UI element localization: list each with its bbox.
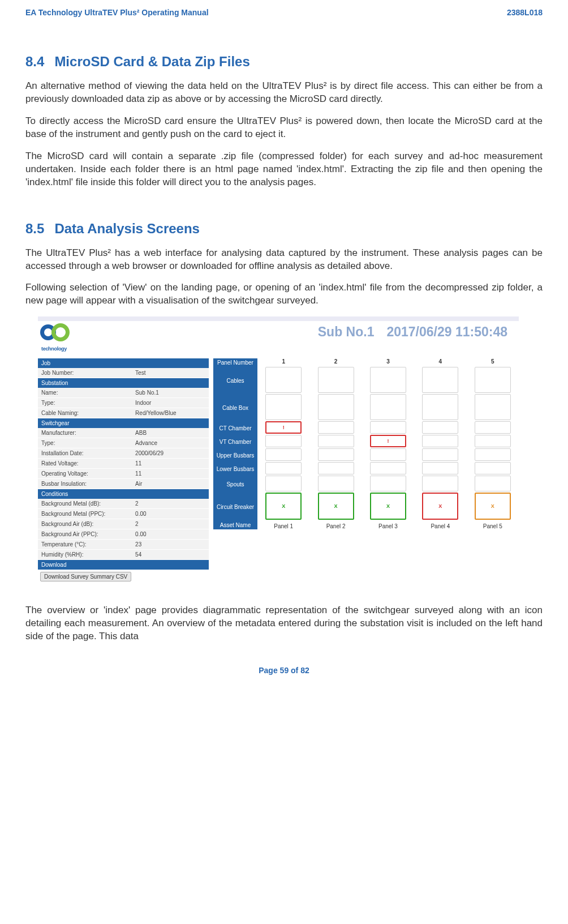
grid-cell[interactable] xyxy=(422,462,458,474)
col-num: 5 xyxy=(467,358,519,367)
grid-cell[interactable] xyxy=(370,476,406,491)
value: Indoor xyxy=(132,398,209,408)
grid-cell[interactable] xyxy=(318,367,354,393)
figure-timestamp: 2017/06/29 11:50:48 xyxy=(386,324,507,339)
grid-cell[interactable] xyxy=(422,476,458,491)
figure-title: Sub No.12017/06/29 11:50:48 xyxy=(318,321,507,340)
grid-cell[interactable] xyxy=(475,435,511,447)
grid-cell-alert[interactable] xyxy=(370,435,406,447)
grid-cell[interactable] xyxy=(318,462,354,474)
value: 54 xyxy=(132,550,209,560)
value: ABB xyxy=(132,428,209,438)
grid-cell[interactable] xyxy=(475,421,511,434)
value: 23 xyxy=(132,540,209,550)
section-header-switchgear: Switchgear xyxy=(38,418,209,429)
grid-cell[interactable] xyxy=(475,462,511,474)
label: Busbar Insulation: xyxy=(38,479,132,489)
grid-cell[interactable] xyxy=(318,394,354,420)
value: Test xyxy=(132,368,209,378)
grid-cell[interactable] xyxy=(318,448,354,461)
label: Name: xyxy=(38,388,132,398)
label: Type: xyxy=(38,398,132,408)
page-header: EA Technology UltraTEV Plus² Operating M… xyxy=(25,8,543,17)
value: 11 xyxy=(132,459,209,469)
row-label-asset-name: Asset Name xyxy=(213,521,257,529)
label: Installation Date: xyxy=(38,448,132,459)
grid-cell[interactable] xyxy=(422,421,458,434)
row-label-ct: CT Chamber xyxy=(213,421,257,435)
metadata-sidebar: Job Job Number:Test Substation Name:Sub … xyxy=(38,358,209,581)
grid-cell[interactable] xyxy=(422,394,458,420)
grid-cell-warn[interactable] xyxy=(475,493,511,520)
value: Advance xyxy=(132,438,209,448)
value: 2 xyxy=(132,499,209,509)
paragraph: An alternative method of viewing the dat… xyxy=(25,80,543,106)
grid-cell[interactable] xyxy=(265,367,302,393)
row-label-vt: VT Chamber xyxy=(213,435,257,448)
row-label-lower-busbars: Lower Busbars xyxy=(213,462,257,476)
section-title: Data Analysis Screens xyxy=(54,221,200,236)
asset-name: Panel 1 xyxy=(257,521,309,529)
asset-name: Panel 2 xyxy=(309,521,362,529)
section-header-conditions: Conditions xyxy=(38,489,209,499)
label: Temperature (°C): xyxy=(38,540,132,550)
paragraph: The MicroSD card will contain a separate… xyxy=(25,150,543,189)
paragraph: The UltraTEV Plus² has a web interface f… xyxy=(25,247,543,273)
switchgear-grid: Panel Number 1 2 3 4 5 Cables xyxy=(209,358,519,581)
grid-cell[interactable] xyxy=(318,435,354,447)
grid-cell-ok[interactable] xyxy=(318,493,354,520)
section-8-4-heading: 8.4MicroSD Card & Data Zip Files xyxy=(25,54,543,70)
label: Manufacturer: xyxy=(38,428,132,438)
paragraph: The overview or 'index' page provides di… xyxy=(25,604,543,643)
grid-cell-alert[interactable] xyxy=(265,421,302,434)
col-num: 3 xyxy=(362,358,414,367)
grid-cell[interactable] xyxy=(422,367,458,393)
row-label-upper-busbars: Upper Busbars xyxy=(213,448,257,462)
section-header-download: Download xyxy=(38,560,209,570)
grid-cell[interactable] xyxy=(265,476,302,491)
ea-logo: technology xyxy=(38,321,81,355)
analysis-screenshot: technology Sub No.12017/06/29 11:50:48 J… xyxy=(38,316,519,581)
value: 0.00 xyxy=(132,509,209,519)
label: Job Number: xyxy=(38,368,132,378)
section-number: 8.5 xyxy=(25,221,44,237)
grid-cell[interactable] xyxy=(475,367,511,393)
section-title: MicroSD Card & Data Zip Files xyxy=(54,54,249,69)
row-label-circuit-breaker: Circuit Breaker xyxy=(213,493,257,521)
row-label-cable-box: Cable Box xyxy=(213,394,257,421)
grid-cell[interactable] xyxy=(265,394,302,420)
grid-cell[interactable] xyxy=(265,448,302,461)
label: Background Air (dB): xyxy=(38,519,132,529)
grid-cell[interactable] xyxy=(265,462,302,474)
label: Background Metal (dB): xyxy=(38,499,132,509)
grid-cell[interactable] xyxy=(475,448,511,461)
grid-cell-ok[interactable] xyxy=(265,493,302,520)
grid-cell[interactable] xyxy=(265,435,302,447)
grid-cell[interactable] xyxy=(475,476,511,491)
label: Operating Voltage: xyxy=(38,469,132,479)
label: Background Air (PPC): xyxy=(38,529,132,540)
paragraph: To directly access the MicroSD card ensu… xyxy=(25,115,543,141)
asset-name: Panel 4 xyxy=(414,521,466,529)
download-csv-button[interactable]: Download Survey Summary CSV xyxy=(40,572,131,581)
value: 2000/06/29 xyxy=(132,448,209,459)
grid-cell[interactable] xyxy=(370,394,406,420)
section-header-job: Job xyxy=(38,358,209,368)
row-label-spouts: Spouts xyxy=(213,476,257,493)
asset-name: Panel 5 xyxy=(467,521,519,529)
grid-cell-ok[interactable] xyxy=(370,493,406,520)
grid-cell[interactable] xyxy=(318,421,354,434)
grid-cell[interactable] xyxy=(370,462,406,474)
grid-cell[interactable] xyxy=(318,476,354,491)
grid-cell[interactable] xyxy=(475,394,511,420)
grid-cell[interactable] xyxy=(370,448,406,461)
grid-cell[interactable] xyxy=(370,421,406,434)
figure-sub-name: Sub No.1 xyxy=(318,324,375,339)
grid-cell[interactable] xyxy=(422,448,458,461)
grid-cell[interactable] xyxy=(422,435,458,447)
grid-cell-alert[interactable] xyxy=(422,493,458,520)
row-label-panel-number: Panel Number xyxy=(213,358,257,367)
grid-cell[interactable] xyxy=(370,367,406,393)
col-num: 1 xyxy=(257,358,309,367)
section-header-substation: Substation xyxy=(38,378,209,388)
